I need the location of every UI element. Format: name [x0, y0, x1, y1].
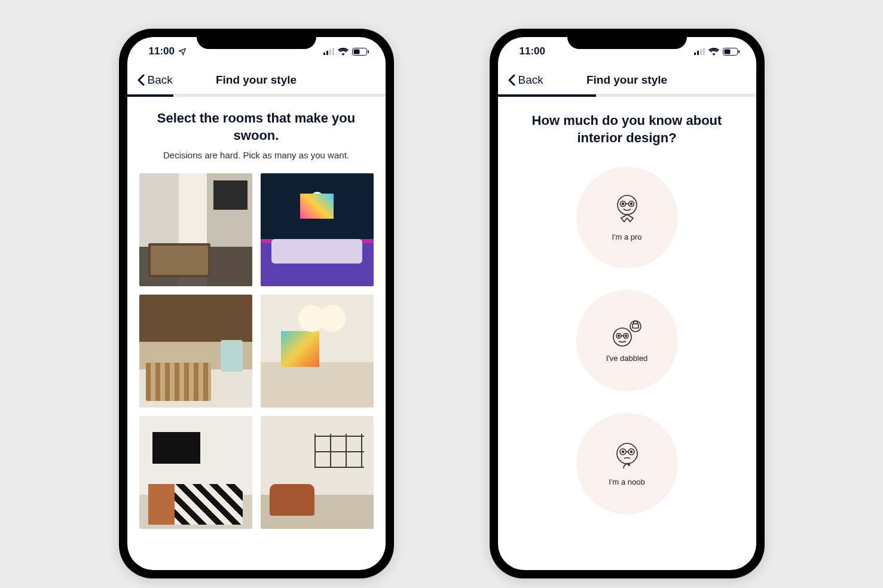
page-heading: Select the rooms that make you swoon. [146, 110, 366, 144]
room-tile-3[interactable] [139, 295, 252, 408]
nav-bar: Back Find your style [127, 66, 386, 94]
back-label: Back [518, 74, 543, 87]
svg-rect-8 [697, 51, 699, 55]
status-time: 11:00 [149, 45, 175, 57]
back-button[interactable]: Back [137, 74, 173, 87]
svg-point-19 [630, 203, 632, 204]
room-tile-4[interactable] [261, 295, 374, 408]
cellular-icon [323, 48, 334, 55]
wifi-icon [338, 48, 349, 56]
option-label: I'm a pro [612, 232, 641, 241]
svg-rect-2 [329, 49, 331, 55]
svg-rect-1 [326, 51, 328, 55]
nav-title: Find your style [216, 74, 297, 87]
svg-rect-3 [332, 48, 334, 55]
option-pro[interactable]: I'm a pro [576, 167, 678, 268]
progress-bar [127, 94, 386, 97]
room-tile-6[interactable] [261, 416, 374, 529]
status-right [323, 48, 369, 56]
svg-point-18 [622, 203, 624, 204]
option-dabbled[interactable]: I've dabbled [576, 290, 678, 391]
svg-rect-10 [703, 48, 705, 55]
content-area: Select the rooms that make you swoon. De… [127, 97, 386, 570]
chevron-left-icon [508, 74, 516, 86]
svg-point-24 [618, 335, 619, 336]
svg-rect-6 [368, 50, 369, 53]
svg-point-32 [622, 451, 624, 452]
pro-face-icon [613, 194, 641, 226]
room-tile-2[interactable] [261, 173, 374, 286]
screen-left: 11:00 Back Find your style Select the ro… [127, 37, 386, 570]
nav-title: Find your style [586, 74, 667, 87]
wifi-icon [708, 48, 719, 56]
option-label: I'm a noob [609, 477, 644, 486]
screen-right: 11:00 Back Find your style How much do y… [498, 37, 756, 570]
svg-point-25 [625, 335, 626, 336]
status-left: 11:00 [149, 45, 187, 57]
svg-rect-0 [323, 53, 325, 55]
location-icon [178, 47, 187, 56]
nav-bar: Back Find your style [498, 66, 756, 94]
noob-face-icon [613, 442, 641, 471]
dabbled-face-icon [610, 319, 644, 348]
status-time: 11:00 [520, 45, 545, 57]
status-left: 11:00 [520, 45, 545, 57]
room-tile-1[interactable] [139, 173, 252, 286]
svg-rect-7 [694, 53, 696, 55]
battery-icon [723, 48, 740, 56]
back-label: Back [148, 74, 173, 87]
status-right [694, 48, 740, 56]
option-label: I've dabbled [606, 354, 648, 363]
svg-point-20 [613, 328, 631, 346]
progress-fill [127, 94, 174, 97]
progress-fill [498, 94, 596, 97]
page-heading: How much do you know about interior desi… [521, 112, 734, 146]
phone-mockup-left: 11:00 Back Find your style Select the ro… [119, 29, 394, 578]
option-noob[interactable]: I'm a noob [576, 413, 678, 514]
cellular-icon [694, 48, 705, 55]
svg-point-33 [630, 451, 632, 452]
device-notch [567, 29, 687, 49]
progress-bar [498, 94, 756, 97]
page-subheading: Decisions are hard. Pick as many as you … [139, 150, 374, 160]
chevron-left-icon [137, 74, 145, 86]
svg-rect-12 [724, 49, 730, 54]
device-notch [197, 29, 316, 49]
rooms-grid [139, 173, 374, 529]
svg-rect-13 [738, 50, 740, 53]
svg-rect-5 [353, 49, 359, 54]
phone-mockup-right: 11:00 Back Find your style How much do y… [490, 29, 765, 578]
svg-point-26 [630, 321, 641, 332]
svg-rect-9 [700, 49, 702, 55]
battery-icon [352, 48, 369, 56]
svg-rect-27 [633, 324, 638, 328]
room-tile-5[interactable] [139, 416, 252, 529]
back-button[interactable]: Back [508, 74, 543, 87]
options-list: I'm a pro I've dabbled [510, 167, 744, 514]
content-area: How much do you know about interior desi… [498, 97, 756, 570]
